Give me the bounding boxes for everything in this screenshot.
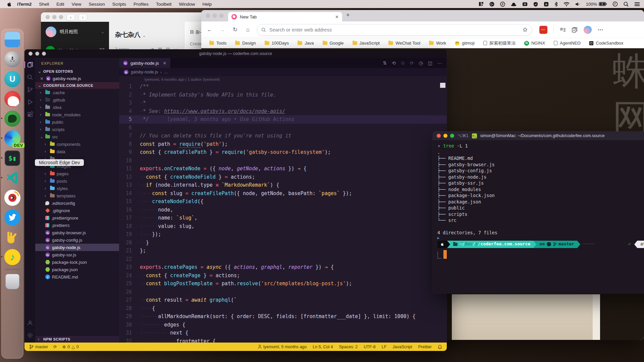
formatter-indicator[interactable]: Prettier bbox=[418, 345, 432, 349]
dock-item-finder[interactable] bbox=[4, 31, 21, 48]
tree-item-data[interactable]: ›data bbox=[35, 148, 119, 155]
tree-item-src[interactable]: ⌄src bbox=[35, 133, 119, 140]
close-tab-icon[interactable]: ✕ bbox=[163, 61, 167, 66]
tree-item-public[interactable]: ›public bbox=[35, 118, 119, 126]
active-app-name[interactable]: iTerm2 bbox=[17, 2, 32, 7]
dock-item-weibo[interactable] bbox=[4, 189, 21, 206]
extensions-icon[interactable] bbox=[24, 111, 35, 118]
tree-item-gatsby-config.js[interactable]: Ggatsby-config.js bbox=[35, 236, 119, 244]
sync-indicator[interactable]: ⟳ bbox=[53, 344, 57, 349]
restore-icon[interactable] bbox=[612, 1, 618, 7]
dock-item-twitter[interactable] bbox=[4, 209, 21, 226]
close-tab-icon[interactable]: ✕ bbox=[335, 14, 339, 19]
dock-item-vscode[interactable] bbox=[4, 170, 21, 186]
input-source-a-icon[interactable]: A bbox=[544, 2, 549, 7]
menubar-menu-window[interactable]: Window bbox=[179, 2, 195, 7]
notifications-bell-icon[interactable] bbox=[438, 345, 442, 349]
tree-item-package-lock.json[interactable]: package-lock.json bbox=[35, 258, 119, 266]
editor-tab[interactable]: G gatsby-node.js ✕ bbox=[119, 58, 170, 68]
eol-indicator[interactable]: LF bbox=[382, 345, 387, 349]
more-menu-icon[interactable]: ⋯ bbox=[598, 26, 603, 33]
menubar-menu-session[interactable]: Session bbox=[89, 2, 105, 7]
dock-item-edge-dev[interactable]: DEV bbox=[4, 130, 21, 147]
open-editors-header[interactable]: ⌄OPEN EDITORS bbox=[35, 68, 119, 75]
menubar-menu-view[interactable]: View bbox=[72, 2, 82, 7]
vscode-titlebar[interactable]: gatsby-node.js — coderfee.com.source bbox=[24, 49, 447, 58]
profile-avatar[interactable] bbox=[584, 26, 592, 34]
alfred-hat-icon[interactable] bbox=[511, 2, 517, 6]
project-section-header[interactable]: ⌄CODERFEE.COM.SOURCE bbox=[35, 82, 119, 89]
git-branch-indicator[interactable]: master bbox=[29, 345, 48, 349]
run-debug-icon[interactable] bbox=[24, 99, 35, 105]
notes-back-button[interactable]: ‹ bbox=[66, 14, 75, 20]
spotlight-search-icon[interactable] bbox=[624, 2, 629, 7]
volume-icon[interactable] bbox=[575, 2, 580, 6]
timeline-icon[interactable]: ◷ bbox=[419, 60, 423, 66]
tree-item-posts[interactable]: ›posts bbox=[35, 177, 119, 185]
minimap-slider[interactable] bbox=[440, 83, 445, 88]
problems-indicator[interactable]: ⊗0 △0 bbox=[62, 344, 79, 349]
source-control-icon[interactable] bbox=[24, 86, 35, 93]
terminal-body[interactable]: ›› tree -L 1 .├── README.md├── gatsby-br… bbox=[433, 140, 644, 261]
back-icon[interactable]: ← bbox=[206, 26, 213, 33]
bookmark-codesandbox[interactable]: CodeSandbox bbox=[589, 41, 623, 46]
dock-item-bear[interactable] bbox=[4, 90, 21, 107]
code-editor[interactable]: lyemoml, 4 months ago | 1 author (lyemom… bbox=[119, 76, 447, 343]
breadcrumb[interactable]: G gatsby-node.js › … bbox=[119, 68, 447, 76]
battery-indicator[interactable]: 100% bbox=[586, 2, 607, 7]
tree-item-.gitignore[interactable]: .gitignore bbox=[35, 207, 119, 214]
extension-icon[interactable]: ⋯ bbox=[539, 26, 547, 34]
tree-item-node_modules[interactable]: ›node_modules bbox=[35, 111, 119, 118]
dock-item-evernote[interactable] bbox=[4, 110, 21, 127]
zoom-icon[interactable] bbox=[219, 14, 223, 18]
navigate-back-icon[interactable]: ⟲ bbox=[392, 60, 396, 66]
tree-item-templates[interactable]: ›templates bbox=[35, 192, 119, 199]
cursor-position[interactable]: Ln 5, Col 4 bbox=[313, 345, 333, 349]
dock-item-utools[interactable]: U bbox=[4, 71, 21, 87]
bookmark-gitmoji[interactable]: gitmoji bbox=[455, 41, 475, 46]
bookmark-google[interactable]: Google bbox=[323, 41, 344, 46]
blame-indicator[interactable]: lyemoml, 5 months ago bbox=[258, 345, 307, 349]
window-manager-icon[interactable] bbox=[479, 2, 484, 6]
dock-item-iterm[interactable]: $▮ bbox=[4, 150, 21, 167]
home-icon[interactable]: ⌂ bbox=[244, 26, 252, 33]
tree-item-.editorconfig[interactable]: .editorconfig bbox=[35, 199, 119, 207]
close-icon[interactable] bbox=[437, 134, 441, 138]
navigate-previous-icon[interactable]: ⊙ bbox=[401, 60, 405, 66]
navigate-forward-icon[interactable]: ⟳ bbox=[410, 60, 414, 66]
bookmark-tools[interactable]: Tools bbox=[209, 41, 226, 46]
browser-tab[interactable]: New Tab ✕ bbox=[228, 12, 342, 21]
minimize-icon[interactable] bbox=[443, 134, 447, 138]
search-icon[interactable] bbox=[24, 74, 35, 80]
language-indicator[interactable]: JavaScript bbox=[392, 345, 412, 349]
close-icon[interactable]: ✕ bbox=[40, 76, 44, 81]
favorites-list-icon[interactable] bbox=[560, 27, 566, 33]
tree-item-.prettierrc[interactable]: .prettierrc bbox=[35, 222, 119, 229]
close-icon[interactable] bbox=[206, 14, 210, 18]
sidecar-icon[interactable] bbox=[522, 2, 528, 6]
shield-check-icon[interactable] bbox=[533, 2, 538, 7]
dock-item-love-you-gesture[interactable] bbox=[4, 229, 21, 246]
zoom-icon[interactable] bbox=[59, 15, 63, 19]
bluetooth-icon[interactable] bbox=[554, 2, 558, 7]
tree-item-.github[interactable]: ›.github bbox=[35, 96, 119, 104]
tree-item-gatsby-browser.js[interactable]: Ggatsby-browser.js bbox=[35, 229, 119, 236]
collections-icon[interactable] bbox=[572, 27, 578, 33]
encoding-indicator[interactable]: UTF-8 bbox=[364, 345, 375, 349]
indentation-indicator[interactable]: Spaces: 2 bbox=[339, 345, 358, 349]
tree-item-package.json[interactable]: package.json bbox=[35, 266, 119, 273]
minimize-icon[interactable] bbox=[213, 14, 217, 18]
terminal-titlebar[interactable]: ⌥⌘1 >_ simon@SimonMac: ~/Documents/com.g… bbox=[433, 131, 644, 140]
tree-item-.prettierignore[interactable]: .prettierignore bbox=[35, 214, 119, 222]
tree-item-components[interactable]: ›components bbox=[35, 140, 119, 148]
tree-item-scripts[interactable]: ›scripts bbox=[35, 126, 119, 133]
tree-item-pages[interactable]: ›pages bbox=[35, 170, 119, 177]
more-actions-icon[interactable]: ··· bbox=[437, 60, 442, 66]
tree-item-README.md[interactable]: iREADME.md bbox=[35, 273, 119, 281]
npm-scripts-header[interactable]: ›NPM SCRIPTS bbox=[35, 336, 119, 343]
bookmark-javascript[interactable]: JavaScript bbox=[353, 41, 380, 46]
menubar-menu-help[interactable]: Help bbox=[202, 2, 212, 7]
menubar-menu-profiles[interactable]: Profiles bbox=[133, 2, 149, 7]
menubar-menu-scripts[interactable]: Scripts bbox=[112, 2, 126, 7]
wifi-icon[interactable] bbox=[564, 2, 570, 6]
